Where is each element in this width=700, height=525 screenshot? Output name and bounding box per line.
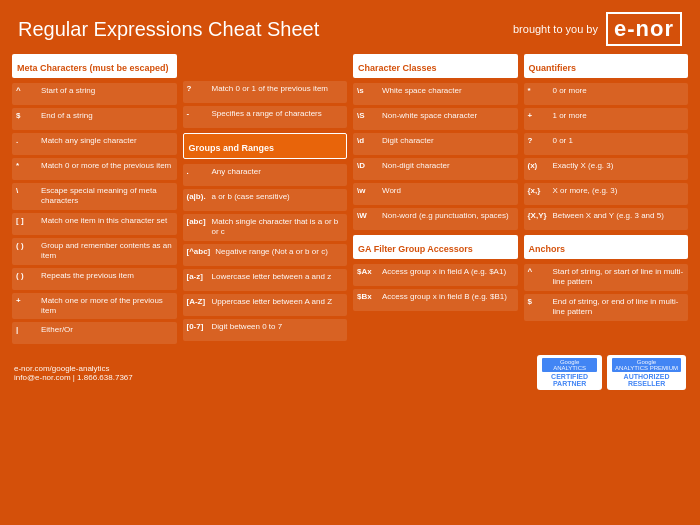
list-item: [0-7] Digit between 0 to 7 [183, 319, 348, 341]
list-item: \W Non-word (e.g punctuation, spaces) [353, 208, 518, 230]
col-classes: Character Classes \s White space charact… [353, 54, 518, 344]
list-item: (x) Exactly X (e.g. 3) [524, 158, 689, 180]
footer-line2: info@e-nor.com | 1.866.638.7367 [14, 373, 133, 382]
character-classes-entries: \s White space character \S Non-white sp… [353, 83, 518, 230]
col-meta: Meta Characters (must be escaped) ^ Star… [12, 54, 177, 344]
page-title: Regular Expressions Cheat Sheet [18, 18, 319, 41]
character-classes-header: Character Classes [353, 54, 518, 78]
main-content: Meta Characters (must be escaped) ^ Star… [0, 54, 700, 344]
footer-line1: e-nor.com/google-analytics [14, 364, 133, 373]
list-item: [ ] Match one item in this character set [12, 213, 177, 235]
list-item: ^ Start of a string [12, 83, 177, 105]
meta-characters-header: Meta Characters (must be escaped) [12, 54, 177, 78]
anchors-header: Anchors [524, 235, 689, 259]
col-groups: ? Match 0 or 1 of the previous item - Sp… [183, 54, 348, 344]
list-item: {X,Y} Between X and Y (e.g. 3 and 5) [524, 208, 689, 230]
ga-filter-header: GA Filter Group Accessors [353, 235, 518, 259]
groups-ranges-title: Groups and Ranges [189, 143, 275, 153]
groups-ranges-header: Groups and Ranges [183, 133, 348, 159]
list-item: \s White space character [353, 83, 518, 105]
list-item: | Either/Or [12, 322, 177, 344]
logo: e-nor [606, 12, 682, 46]
list-item: $ End of a string [12, 108, 177, 130]
list-item: . Match any single character [12, 133, 177, 155]
list-item: \S Non-white space character [353, 108, 518, 130]
list-item: [a-z] Lowercase letter between a and z [183, 269, 348, 291]
meta-characters-title: Meta Characters (must be escaped) [17, 63, 169, 73]
list-item: $Bx Access group x in field B (e.g. $B1) [353, 289, 518, 311]
quantifiers-header: Quantifiers [524, 54, 689, 78]
list-item: ? 0 or 1 [524, 133, 689, 155]
anchors-entries: ^ Start of string, or start of line in m… [524, 264, 689, 321]
character-classes-title: Character Classes [358, 63, 437, 73]
list-item: \ Escape special meaning of meta charact… [12, 183, 177, 210]
list-item: $ End of string, or end of line in multi… [524, 294, 689, 321]
list-item: ^ Start of string, or start of line in m… [524, 264, 689, 291]
list-item: $Ax Access group x in field A (e.g. $A1) [353, 264, 518, 286]
meta-characters-entries: ^ Start of a string $ End of a string . … [12, 83, 177, 344]
list-item: ? Match 0 or 1 of the previous item [183, 81, 348, 103]
footer-contact: e-nor.com/google-analytics info@e-nor.co… [14, 364, 133, 382]
list-item: - Specifies a range of characters [183, 106, 348, 128]
list-item: + Match one or more of the previous item [12, 293, 177, 320]
list-item: [A-Z] Uppercase letter between A and Z [183, 294, 348, 316]
badge2-title: GoogleANALYTICS PREMIUM [612, 358, 681, 372]
anchors-title: Anchors [529, 244, 566, 254]
list-item: ( ) Repeats the previous item [12, 268, 177, 290]
groups-ranges-entries: . Any character (a|b). a or b (case sens… [183, 164, 348, 341]
brought-by-text: brought to you by [513, 23, 598, 35]
ga-filter-entries: $Ax Access group x in field A (e.g. $A1)… [353, 264, 518, 311]
list-item: [abc] Match single character that is a o… [183, 214, 348, 241]
list-item: . Any character [183, 164, 348, 186]
list-item: * Match 0 or more of the previous item [12, 158, 177, 180]
badge-certified-partner: GoogleANALYTICS CERTIFIEDPARTNER [537, 355, 602, 390]
badge-authorized-reseller: GoogleANALYTICS PREMIUM AUTHORIZEDRESELL… [607, 355, 686, 390]
footer: e-nor.com/google-analytics info@e-nor.co… [0, 350, 700, 395]
col-quantifiers: Quantifiers * 0 or more + 1 or more ? 0 … [524, 54, 689, 344]
list-item: \w Word [353, 183, 518, 205]
header: Regular Expressions Cheat Sheet brought … [0, 0, 700, 54]
list-item: \D Non-digit character [353, 158, 518, 180]
list-item: {x,} X or more, (e.g. 3) [524, 183, 689, 205]
list-item: + 1 or more [524, 108, 689, 130]
badge1-title: GoogleANALYTICS [542, 358, 597, 372]
list-item: * 0 or more [524, 83, 689, 105]
footer-badges: GoogleANALYTICS CERTIFIEDPARTNER GoogleA… [537, 355, 686, 390]
quantifiers-entries: * 0 or more + 1 or more ? 0 or 1 (x) Exa… [524, 83, 689, 230]
list-item: \d Digit character [353, 133, 518, 155]
header-right: brought to you by e-nor [513, 12, 682, 46]
list-item: (a|b). a or b (case sensitive) [183, 189, 348, 211]
ga-filter-title: GA Filter Group Accessors [358, 244, 473, 254]
badge2-sub: AUTHORIZEDRESELLER [612, 373, 681, 387]
first-two-entries: ? Match 0 or 1 of the previous item - Sp… [183, 81, 348, 128]
badge1-sub: CERTIFIEDPARTNER [542, 373, 597, 387]
list-item: ( ) Group and remember contents as an it… [12, 238, 177, 265]
list-item: [^abc] Negative range (Not a or b or c) [183, 244, 348, 266]
quantifiers-title: Quantifiers [529, 63, 577, 73]
